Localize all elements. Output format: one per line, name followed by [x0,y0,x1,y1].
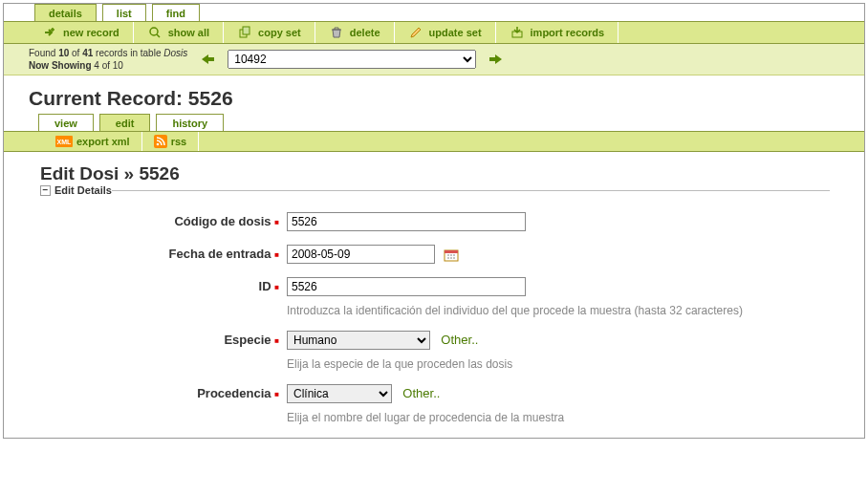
copy-set-button[interactable]: copy set [224,22,315,43]
calendar-icon[interactable] [444,248,459,262]
procedencia-label: Procedencia ■ [38,384,287,400]
svg-rect-2 [243,27,250,34]
id-hint: Introduzca la identificación del individ… [287,304,830,317]
edit-heading: Edit Dosi » 5526 [4,152,864,190]
subtab-view[interactable]: view [38,114,94,131]
copy-set-label: copy set [258,27,301,38]
rss-label: rss [171,136,187,147]
procedencia-hint: Elija el nombre del lugar de procedencia… [287,411,830,424]
especie-other-link[interactable]: Other.. [441,333,478,347]
codigo-label: Código de dosis ■ [38,212,287,228]
show-all-label: show all [168,27,209,38]
especie-select[interactable]: Humano [287,331,430,350]
export-xml-label: export xml [76,136,130,147]
trash-icon [329,25,344,40]
record-selector[interactable]: 10492 [228,50,476,69]
id-input[interactable] [287,277,526,296]
tab-details[interactable]: details [34,4,97,21]
delete-button[interactable]: delete [315,22,395,43]
xml-icon: XML [55,136,73,147]
plus-arrow-icon [42,25,57,40]
new-record-button[interactable]: new record [29,22,134,43]
subtab-history[interactable]: history [156,114,224,131]
new-record-label: new record [63,27,119,38]
section-title: Edit Details [54,184,112,196]
import-icon [510,25,525,40]
id-label: ID ■ [38,277,287,293]
magnifier-icon [147,25,163,40]
export-xml-button[interactable]: XML export xml [44,132,142,151]
procedencia-select[interactable]: Clínica [287,384,392,403]
copy-icon [237,25,252,40]
import-records-button[interactable]: import records [496,22,619,43]
found-summary: Found 10 of 41 records in table Dosis No… [29,47,187,72]
import-records-label: import records [531,27,605,38]
update-set-button[interactable]: update set [395,22,496,43]
codigo-input[interactable] [287,212,526,231]
rss-icon [154,135,167,148]
svg-point-0 [150,28,158,35]
show-all-button[interactable]: show all [134,22,224,43]
next-record-button[interactable] [486,51,507,68]
rss-button[interactable]: rss [142,132,200,151]
svg-rect-5 [489,57,495,61]
fecha-label: Fecha de entrada ■ [38,245,287,261]
procedencia-other-link[interactable]: Other.. [402,386,440,400]
svg-point-6 [156,143,159,146]
collapse-icon[interactable]: − [40,185,51,196]
especie-label: Especie ■ [38,331,287,347]
delete-label: delete [350,27,380,38]
tab-list[interactable]: list [102,4,146,21]
subtab-edit[interactable]: edit [99,114,151,131]
current-record-heading: Current Record: 5526 [4,75,864,114]
especie-hint: Elija la especie de la que proceden las … [287,357,830,371]
tab-find[interactable]: find [152,4,200,21]
prev-record-button[interactable] [197,51,218,68]
fecha-input[interactable] [287,245,435,264]
pencil-icon [408,25,423,40]
svg-rect-4 [208,57,214,61]
svg-rect-8 [445,250,458,253]
update-set-label: update set [429,27,482,38]
